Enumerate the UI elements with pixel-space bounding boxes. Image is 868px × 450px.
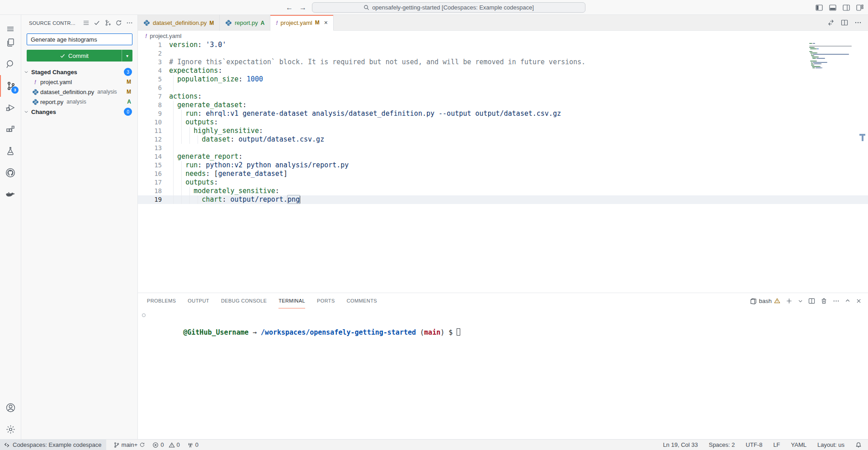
- forward-icon[interactable]: →: [299, 4, 307, 12]
- account-icon[interactable]: [0, 397, 21, 418]
- line-content: version: '3.0': [169, 41, 226, 49]
- line-content: generate_report:: [169, 152, 243, 161]
- editor-group: dataset_definition.py M report.py A ! pr…: [138, 15, 868, 293]
- github-icon[interactable]: [0, 162, 21, 184]
- panel-tab-comments[interactable]: COMMENTS: [347, 293, 377, 308]
- code-line[interactable]: 2: [138, 49, 868, 58]
- git-status-letter: A: [127, 99, 131, 105]
- branch-plus-icon[interactable]: [104, 19, 111, 26]
- keyboard-layout-status-item[interactable]: Layout: us: [817, 441, 844, 448]
- editor-tab[interactable]: ! project.yaml M ×: [270, 15, 334, 31]
- code-line[interactable]: 9 run: ehrql:v1 generate-dataset analysi…: [138, 109, 868, 118]
- commit-button[interactable]: Commit ▾: [27, 50, 132, 62]
- explorer-icon[interactable]: [0, 32, 21, 53]
- toggle-secondary-sidebar-icon[interactable]: [843, 4, 850, 11]
- source-control-icon[interactable]: 3: [0, 75, 21, 97]
- check-icon: [60, 53, 66, 59]
- open-changes-icon[interactable]: [827, 19, 835, 26]
- warning-icon: [774, 298, 780, 304]
- language-mode-status-item[interactable]: YAML: [791, 441, 807, 448]
- more-actions-icon[interactable]: [833, 298, 840, 304]
- split-terminal-icon[interactable]: [808, 298, 815, 304]
- toggle-sidebar-icon[interactable]: [816, 4, 823, 11]
- scm-file-row[interactable]: ! project.yaml M: [21, 77, 137, 87]
- code-line[interactable]: 15 run: python:v2 python analysis/report…: [138, 161, 868, 170]
- scm-section-header[interactable]: Staged Changes 3: [21, 67, 137, 77]
- search-icon[interactable]: [0, 53, 21, 75]
- code-line[interactable]: 16 needs: [generate_dataset]: [138, 170, 868, 178]
- code-line[interactable]: 14 generate_report:: [138, 152, 868, 161]
- scm-section-header[interactable]: Changes 0: [21, 107, 137, 117]
- code-line[interactable]: 4expectations:: [138, 66, 868, 75]
- refresh-icon[interactable]: [115, 19, 122, 26]
- code-line[interactable]: 17 outputs:: [138, 178, 868, 187]
- cursor-position-status-item[interactable]: Ln 19, Col 33: [663, 441, 698, 448]
- split-editor-icon[interactable]: [841, 19, 848, 26]
- commit-message-input[interactable]: [27, 33, 132, 45]
- editor-tab[interactable]: report.py A: [220, 15, 270, 31]
- code-line[interactable]: 3# Ignore this`expectation` block. It is…: [138, 58, 868, 66]
- testing-icon[interactable]: [0, 140, 21, 162]
- line-content: outputs:: [169, 118, 218, 127]
- code-line[interactable]: 18 moderately_sensitive:: [138, 187, 868, 195]
- view-as-tree-icon[interactable]: [83, 19, 90, 26]
- problems-status-item[interactable]: 0 0: [152, 441, 179, 448]
- line-content: generate_dataset:: [169, 101, 247, 109]
- line-number: 19: [138, 195, 162, 204]
- scm-file-row[interactable]: report.py analysis A: [21, 97, 137, 107]
- docker-icon[interactable]: [0, 184, 21, 205]
- code-line[interactable]: 10 outputs:: [138, 118, 868, 127]
- launch-profile-chevron-icon[interactable]: [798, 298, 803, 303]
- indentation-status-item[interactable]: Spaces: 2: [709, 441, 735, 448]
- panel-tab-debug-console[interactable]: DEBUG CONSOLE: [221, 293, 267, 308]
- settings-gear-icon[interactable]: [0, 418, 21, 440]
- notifications-bell-icon[interactable]: [855, 442, 862, 448]
- branch-status-item[interactable]: main+: [113, 441, 146, 448]
- toggle-panel-icon[interactable]: [829, 4, 836, 11]
- maximize-panel-icon[interactable]: [845, 298, 850, 303]
- panel-tab-problems[interactable]: PROBLEMS: [147, 293, 176, 308]
- ports-count: 0: [195, 441, 198, 448]
- close-panel-icon[interactable]: [856, 298, 862, 304]
- terminal-command-decoration: [142, 313, 146, 317]
- code-line[interactable]: 5 population_size: 1000: [138, 75, 868, 84]
- remote-indicator[interactable]: Codespaces: Example codespace: [0, 440, 106, 450]
- code-line[interactable]: 19 chart: output/report.png: [138, 195, 868, 204]
- terminal-shell-selector[interactable]: bash: [750, 298, 780, 304]
- commit-dropdown-chevron[interactable]: ▾: [122, 50, 132, 62]
- back-icon[interactable]: ←: [286, 4, 293, 12]
- panel-tab-ports[interactable]: PORTS: [317, 293, 335, 308]
- kill-terminal-icon[interactable]: [821, 298, 827, 304]
- panel-tab-terminal[interactable]: TERMINAL: [278, 293, 305, 308]
- line-content: # Ignore this`expectation` block. It is …: [169, 58, 585, 66]
- extensions-icon[interactable]: [0, 118, 21, 140]
- code-line[interactable]: 7actions:: [138, 92, 868, 101]
- panel-tab-output[interactable]: OUTPUT: [188, 293, 209, 308]
- status-bar: Codespaces: Example codespace main+ 0 0 …: [0, 439, 868, 450]
- terminal[interactable]: @GitHub_Username → /workspaces/opensafel…: [138, 311, 868, 439]
- commit-check-icon[interactable]: [94, 19, 100, 26]
- breadcrumb[interactable]: ! project.yaml: [138, 31, 868, 41]
- scm-file-row[interactable]: dataset_definition.py analysis M: [21, 87, 137, 97]
- customize-layout-icon[interactable]: [856, 4, 863, 11]
- run-debug-icon[interactable]: [0, 97, 21, 118]
- code-line[interactable]: 8 generate_dataset:: [138, 101, 868, 109]
- activity-bar: 3: [0, 15, 21, 439]
- close-tab-icon[interactable]: ×: [324, 19, 328, 26]
- more-actions-icon[interactable]: [126, 19, 133, 26]
- ports-status-item[interactable]: 0: [187, 441, 198, 448]
- code-editor[interactable]: 1version: '3.0'23# Ignore this`expectati…: [138, 41, 868, 293]
- code-line[interactable]: 13: [138, 144, 868, 152]
- more-actions-icon[interactable]: [854, 19, 862, 26]
- minimap[interactable]: [809, 43, 857, 69]
- command-center[interactable]: opensafely-getting-started [Codespaces: …: [312, 2, 585, 13]
- code-line[interactable]: 11 highly_sensitive:: [138, 127, 868, 135]
- new-terminal-icon[interactable]: [786, 298, 793, 304]
- sync-icon: [139, 442, 145, 448]
- editor-tab[interactable]: dataset_definition.py M: [138, 15, 220, 31]
- encoding-status-item[interactable]: UTF-8: [746, 441, 763, 448]
- eol-status-item[interactable]: LF: [773, 441, 780, 448]
- code-line[interactable]: 12 dataset: output/dataset.csv.gz: [138, 135, 868, 144]
- code-line[interactable]: 1version: '3.0': [138, 41, 868, 49]
- code-line[interactable]: 6: [138, 84, 868, 92]
